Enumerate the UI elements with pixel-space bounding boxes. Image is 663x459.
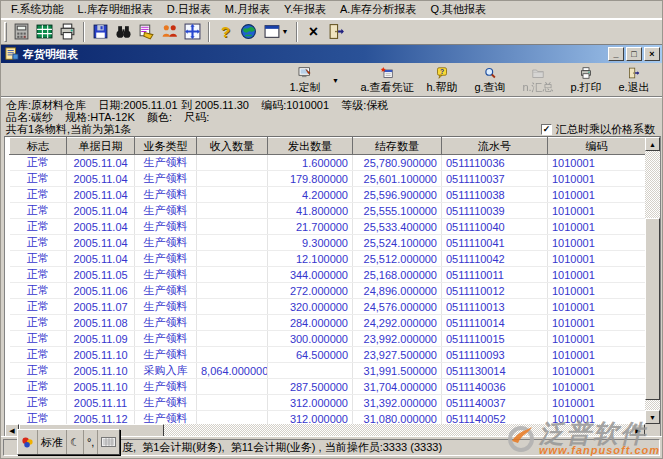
- column-header[interactable]: 标志: [10, 138, 67, 155]
- close-window-button[interactable]: ×: [644, 47, 660, 61]
- close-icon: ×: [309, 24, 318, 40]
- vertical-scroll-thumb[interactable]: [645, 218, 660, 400]
- table-row[interactable]: 正常 2005.11.10 采购入库 8,064.000000 31,991.5…: [10, 363, 646, 379]
- table-row[interactable]: 正常 2005.11.10 生产领料 64.500000 23,927.5000…: [10, 347, 646, 363]
- help-report-button[interactable]: ? h.帮助: [418, 64, 466, 96]
- window-title: 存货明细表: [23, 47, 606, 62]
- navigate-button[interactable]: [181, 21, 204, 43]
- menu-item[interactable]: F.系统功能: [4, 0, 71, 19]
- query-button[interactable]: g.查询: [466, 64, 514, 96]
- customize-icon: [296, 67, 314, 79]
- customize-label: 1.定制: [289, 80, 320, 95]
- scroll-down-icon[interactable]: ▼: [645, 410, 660, 424]
- table-row[interactable]: 正常 2005.11.11 生产领料 312.000000 31,392.000…: [10, 395, 646, 411]
- maximize-button[interactable]: □: [626, 47, 642, 61]
- print-report-button[interactable]: [56, 21, 79, 43]
- globe-icon: [240, 23, 257, 40]
- exit-app-button[interactable]: [325, 21, 348, 43]
- help-button[interactable]: ?: [214, 21, 237, 43]
- column-header[interactable]: 业务类型: [135, 138, 197, 155]
- help-report-label: h.帮助: [426, 80, 457, 95]
- menu-item[interactable]: D.日报表: [160, 0, 218, 19]
- table-row[interactable]: 正常 2005.11.04 生产领料 4.200000 25,596.90000…: [10, 187, 646, 203]
- ime-logo-icon[interactable]: [18, 430, 38, 454]
- folder-icon: [529, 67, 547, 79]
- printer-icon: [577, 67, 595, 79]
- terminal-icon: [13, 23, 30, 40]
- menu-bar: F.系统功能L.库存明细报表D.日报表M.月报表Y.年报表A.库存分析报表Q.其…: [1, 1, 662, 19]
- application-window: F.系统功能L.库存明细报表D.日报表M.月报表Y.年报表A.库存分析报表Q.其…: [0, 0, 663, 459]
- view-voucher-button[interactable]: a.查看凭证: [356, 64, 418, 96]
- column-header[interactable]: 发出数量: [268, 138, 353, 155]
- table-row[interactable]: 正常 2005.11.06 生产领料 272.000000 24,896.000…: [10, 283, 646, 299]
- toolbar-grip[interactable]: [4, 22, 7, 42]
- search-icon: [481, 67, 499, 79]
- column-header[interactable]: 编码: [548, 138, 646, 155]
- menu-item[interactable]: A.库存分析报表: [333, 0, 423, 19]
- chevron-down-icon: ▼: [332, 77, 339, 84]
- table-row[interactable]: 正常 2005.11.04 生产领料 9.300000 25,524.10000…: [10, 235, 646, 251]
- users-button[interactable]: [158, 21, 181, 43]
- grid-viewport: 标志单据日期业务类型收入数量发出数量结存数量流水号编码 正常 2005.11.0…: [6, 137, 645, 424]
- summary-button[interactable]: n.汇总: [514, 64, 562, 96]
- inventory-table: 标志单据日期业务类型收入数量发出数量结存数量流水号编码 正常 2005.11.0…: [9, 137, 645, 424]
- price-factor-checkbox-label: 汇总时乘以价格系数: [556, 122, 655, 137]
- print-button[interactable]: p.打印: [562, 64, 610, 96]
- web-button[interactable]: [237, 21, 260, 43]
- customize-button[interactable]: 1.定制: [281, 64, 329, 96]
- menu-item[interactable]: Q.其他报表: [423, 0, 493, 19]
- ime-softkeyboard-button[interactable]: [98, 430, 119, 454]
- table-row[interactable]: 正常 2005.11.04 生产领料 1.600000 25,780.90000…: [10, 155, 646, 171]
- new-window-button[interactable]: ▼: [260, 21, 292, 43]
- column-header[interactable]: 结存数量: [353, 138, 442, 155]
- menu-item[interactable]: Y.年报表: [277, 0, 333, 19]
- price-factor-checkbox[interactable]: ✓: [541, 124, 552, 135]
- exit-door-icon: [328, 23, 345, 40]
- child-window-titlebar[interactable]: 存货明细表 _ □ ×: [1, 45, 662, 63]
- report-grid-button[interactable]: [33, 21, 56, 43]
- query-label: g.查询: [474, 80, 505, 95]
- find-button[interactable]: [112, 21, 135, 43]
- table-row[interactable]: 正常 2005.11.04 生产领料 21.700000 25,533.4000…: [10, 219, 646, 235]
- vertical-scrollbar[interactable]: ▲ ▼: [645, 137, 660, 424]
- table-row[interactable]: 正常 2005.11.07 生产领料 320.000000 24,576.000…: [10, 299, 646, 315]
- users-icon: [161, 23, 178, 40]
- record-count-text: 共有1条物料,当前为第1条: [6, 122, 131, 137]
- table-row[interactable]: 正常 2005.11.05 生产领料 344.000000 25,168.000…: [10, 267, 646, 283]
- view-voucher-label: a.查看凭证: [360, 80, 413, 95]
- system-panel-button[interactable]: [10, 21, 33, 43]
- table-row[interactable]: 正常 2005.11.04 生产领料 179.800000 25,601.100…: [10, 171, 646, 187]
- window-icon: [264, 23, 281, 40]
- column-header[interactable]: 单据日期: [67, 138, 135, 155]
- exit-door-icon: [625, 67, 643, 79]
- header-row: 标志单据日期业务类型收入数量发出数量结存数量流水号编码: [10, 138, 646, 155]
- table-row[interactable]: 正常 2005.11.04 生产领料 41.800000 25,555.1000…: [10, 203, 646, 219]
- table-row[interactable]: 正常 2005.11.09 生产领料 300.000000 23,992.000…: [10, 331, 646, 347]
- ime-punctuation-icon[interactable]: °,: [84, 430, 98, 454]
- customize-dropdown[interactable]: ▼: [329, 64, 342, 96]
- voucher-icon: [378, 67, 396, 79]
- table-row[interactable]: 正常 2005.11.12 生产领料 312.000000 31,080.000…: [10, 411, 646, 425]
- report-toolbar: 1.定制 ▼ a.查看凭证 ? h.帮助 g.查询 n.汇总 p.打印: [1, 63, 662, 97]
- stamp-button[interactable]: [135, 21, 158, 43]
- ime-flower-icon: [21, 436, 34, 449]
- ime-toolbar[interactable]: 标准 ☾ °,: [17, 429, 120, 455]
- menu-item[interactable]: M.月报表: [218, 0, 277, 19]
- ime-fullwidth-icon[interactable]: ☾: [67, 430, 84, 454]
- table-row[interactable]: 正常 2005.11.10 生产领料 287.500000 31,704.000…: [10, 379, 646, 395]
- table-row[interactable]: 正常 2005.11.04 生产领料 12.100000 25,512.0000…: [10, 251, 646, 267]
- exit-button[interactable]: e.退出: [610, 64, 658, 96]
- minimize-button[interactable]: _: [608, 47, 624, 61]
- ime-mode-button[interactable]: 标准: [38, 430, 67, 454]
- grid-icon: [36, 23, 53, 40]
- toolbar-separator: [208, 22, 210, 42]
- column-header[interactable]: 收入数量: [197, 138, 268, 155]
- menu-item[interactable]: L.库存明细报表: [71, 0, 160, 19]
- toolbar-separator: [296, 22, 298, 42]
- help-bubble-icon: ?: [433, 67, 451, 79]
- save-button[interactable]: [89, 21, 112, 43]
- scroll-up-icon[interactable]: ▲: [645, 137, 660, 151]
- table-row[interactable]: 正常 2005.11.08 生产领料 284.000000 24,292.000…: [10, 315, 646, 331]
- column-header[interactable]: 流水号: [442, 138, 548, 155]
- close-view-button[interactable]: ×: [302, 21, 325, 43]
